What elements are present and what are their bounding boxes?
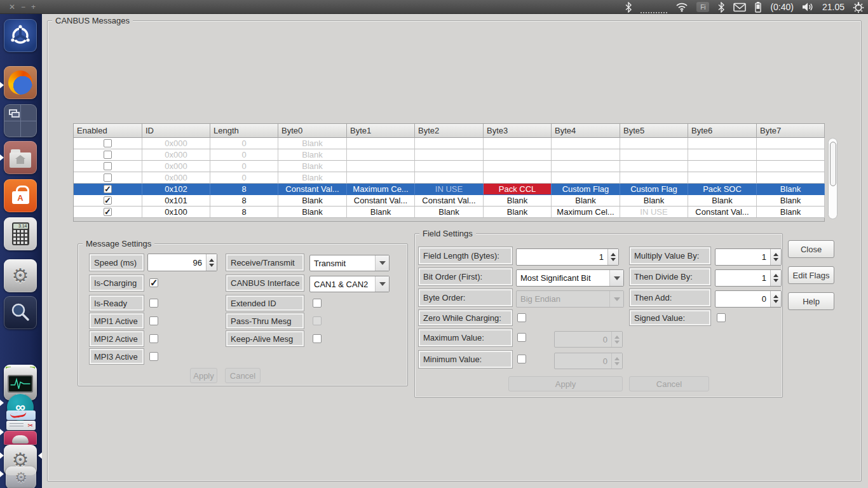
cell-length[interactable]: 0: [210, 172, 278, 184]
cell-byte6[interactable]: [688, 172, 757, 184]
cell-byte4[interactable]: Maximum Cel...: [552, 207, 620, 218]
spin-buttons[interactable]: [206, 254, 217, 271]
close-button[interactable]: Close: [788, 240, 834, 258]
cell-byte4[interactable]: [552, 161, 620, 172]
cell-byte7[interactable]: [757, 161, 825, 172]
cell-byte7[interactable]: Blank: [757, 195, 825, 207]
cell-byte3[interactable]: [484, 172, 552, 184]
row-enabled-checkbox[interactable]: [104, 173, 112, 182]
column-header-byte4[interactable]: Byte4: [552, 124, 620, 138]
cell-enabled[interactable]: [74, 138, 142, 149]
clipping-card-icon[interactable]: ✂: [6, 421, 36, 430]
cell-byte6[interactable]: Pack SOC: [688, 184, 757, 195]
spin-buttons[interactable]: [770, 291, 781, 307]
system-settings-icon[interactable]: ⚙: [4, 259, 37, 292]
cell-byte5[interactable]: [620, 149, 688, 161]
firefox-icon[interactable]: [4, 66, 37, 99]
byte-order-value[interactable]: Big Endian: [517, 294, 609, 304]
cell-length[interactable]: 0: [210, 149, 278, 161]
ubuntu-dash-icon[interactable]: [4, 19, 37, 52]
screenshot-tool-icon[interactable]: [4, 296, 37, 329]
mpi2-active-checkbox[interactable]: [149, 334, 158, 343]
cell-byte5[interactable]: Blank: [620, 195, 688, 207]
keep-alive-mesg-checkbox[interactable]: [313, 334, 322, 343]
cell-byte1[interactable]: [347, 161, 415, 172]
signed-value-checkbox[interactable]: [717, 313, 726, 322]
column-header-length[interactable]: Length: [210, 124, 278, 138]
is-ready-checkbox[interactable]: [149, 299, 158, 308]
cell-length[interactable]: 0: [210, 138, 278, 149]
session-gear-icon[interactable]: [853, 1, 864, 13]
cell-byte0[interactable]: Blank: [278, 195, 347, 207]
media-app-icon[interactable]: [4, 431, 37, 445]
message-cancel-button[interactable]: Cancel: [225, 368, 261, 383]
cell-byte5[interactable]: IN USE: [620, 207, 688, 218]
minimize-window-icon[interactable]: −: [21, 1, 25, 13]
cell-byte5[interactable]: [620, 172, 688, 184]
clock-label[interactable]: 21.05: [822, 2, 844, 12]
cell-byte7[interactable]: [757, 138, 825, 149]
spin-buttons[interactable]: [611, 332, 622, 347]
receive-transmit-value[interactable]: Transmit: [310, 259, 375, 268]
cell-byte1[interactable]: [347, 149, 415, 161]
then-add-spinbox[interactable]: 0: [715, 290, 782, 308]
cell-byte7[interactable]: [757, 172, 825, 184]
cell-byte2[interactable]: [415, 172, 484, 184]
chevron-down-icon[interactable]: [375, 276, 389, 292]
cell-byte0[interactable]: Blank: [278, 161, 347, 172]
bit-order-dropdown[interactable]: Most Significant Bit: [516, 269, 624, 287]
column-header-enabled[interactable]: Enabled: [74, 124, 142, 138]
pass-thru-mesg-checkbox[interactable]: [313, 316, 322, 325]
ticker-text[interactable]: [641, 7, 667, 13]
minimum-value-spinbox[interactable]: 0: [554, 353, 623, 369]
maximum-value-spinbox[interactable]: 0: [554, 331, 623, 348]
cell-byte6[interactable]: Constant Val...: [688, 207, 757, 218]
spin-buttons[interactable]: [607, 249, 618, 265]
cell-length[interactable]: 8: [210, 207, 278, 218]
maximum-value[interactable]: 0: [555, 335, 611, 344]
column-header-byte5[interactable]: Byte5: [620, 124, 688, 138]
mail-icon[interactable]: [733, 3, 746, 12]
battery-icon[interactable]: [754, 1, 762, 13]
row-enabled-checkbox[interactable]: [104, 139, 112, 147]
cell-id[interactable]: 0x000: [142, 172, 210, 184]
field-length-spinbox[interactable]: 1: [516, 248, 619, 266]
cell-enabled[interactable]: [74, 172, 142, 184]
cell-id[interactable]: 0x100: [142, 207, 210, 218]
minimum-value-checkbox[interactable]: [517, 355, 526, 363]
cell-byte6[interactable]: [688, 149, 757, 161]
cell-enabled[interactable]: [74, 184, 142, 195]
scrollbar-thumb[interactable]: [830, 142, 836, 186]
calculator-icon[interactable]: 3.14: [4, 217, 37, 250]
table-row[interactable]: 0x0000Blank: [74, 161, 824, 172]
column-header-byte7[interactable]: Byte7: [757, 124, 825, 138]
multiply-value-spinbox[interactable]: 1: [715, 248, 782, 266]
cell-length[interactable]: 8: [210, 195, 278, 207]
cell-byte5[interactable]: [620, 138, 688, 149]
cell-byte0[interactable]: Blank: [278, 207, 347, 218]
cell-enabled[interactable]: [74, 195, 142, 207]
cell-byte2[interactable]: Blank: [415, 207, 484, 218]
cell-id[interactable]: 0x000: [142, 138, 210, 149]
cell-enabled[interactable]: [74, 149, 142, 161]
cell-id[interactable]: 0x102: [142, 184, 210, 195]
cell-enabled[interactable]: [74, 207, 142, 218]
cell-byte6[interactable]: [688, 138, 757, 149]
cell-enabled[interactable]: [74, 161, 142, 172]
divide-by-value[interactable]: 1: [715, 273, 770, 283]
cell-byte1[interactable]: Blank: [347, 207, 415, 218]
settings-app-faded-icon[interactable]: ⚙: [6, 466, 36, 488]
is-charging-checkbox[interactable]: [149, 278, 158, 287]
column-header-byte1[interactable]: Byte1: [347, 124, 415, 138]
cell-id[interactable]: 0x101: [142, 195, 210, 207]
mpi3-active-checkbox[interactable]: [149, 352, 158, 361]
spin-buttons[interactable]: [770, 270, 781, 286]
table-row[interactable]: 0x1008BlankBlankBlankBlankMaximum Cel...…: [74, 207, 824, 218]
message-apply-button[interactable]: Apply: [190, 368, 217, 383]
table-row[interactable]: 0x0000Blank: [74, 138, 824, 149]
edit-flags-button[interactable]: Edit Flags: [788, 266, 834, 284]
row-enabled-checkbox[interactable]: [104, 185, 112, 193]
cell-byte3[interactable]: Pack CCL: [484, 184, 552, 195]
cell-byte6[interactable]: Blank: [688, 195, 757, 207]
row-enabled-checkbox[interactable]: [104, 162, 112, 170]
